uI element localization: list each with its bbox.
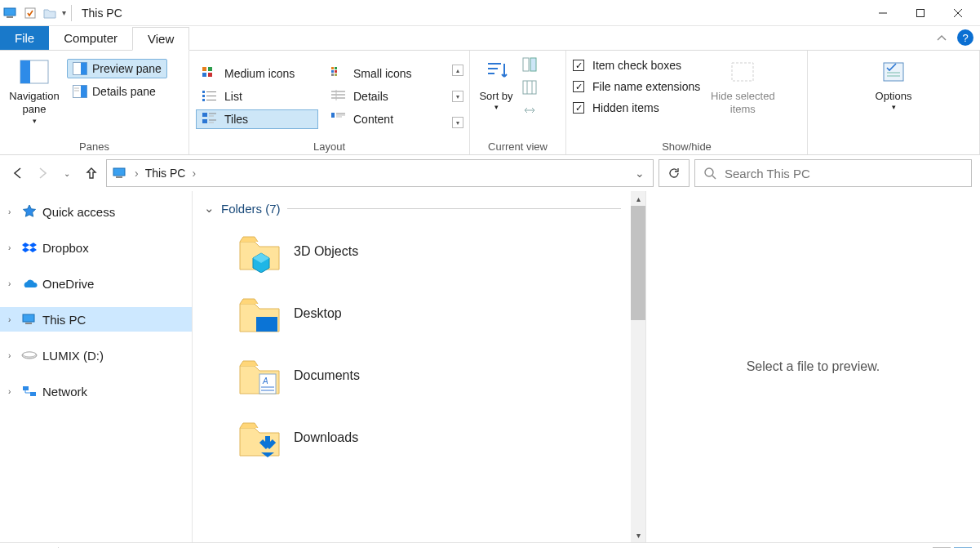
close-button[interactable] [939, 1, 977, 25]
svg-rect-67 [256, 317, 277, 332]
qat-dropdown-icon[interactable]: ▾ [62, 8, 66, 17]
details-pane-label: Details pane [92, 85, 156, 98]
details-icon [330, 89, 347, 104]
tab-view[interactable]: View [132, 27, 189, 51]
layout-list[interactable]: List [196, 87, 318, 106]
chevron-right-icon[interactable]: › [8, 351, 16, 360]
tab-computer[interactable]: Computer [49, 26, 132, 50]
tree-onedrive[interactable]: › OneDrive [0, 271, 192, 296]
forward-button[interactable] [33, 163, 52, 183]
chevron-right-icon[interactable]: › [8, 243, 16, 252]
layout-small-icons[interactable]: Small icons [325, 64, 447, 83]
back-button[interactable] [8, 163, 28, 183]
tree-network[interactable]: › Network [0, 379, 192, 403]
recent-dropdown-icon[interactable]: ⌄ [57, 163, 77, 183]
tree-dropbox[interactable]: › Dropbox [0, 235, 192, 260]
preview-placeholder: Select a file to preview. [747, 359, 880, 374]
options-button[interactable]: Options ▾ [867, 54, 920, 131]
svg-rect-58 [116, 176, 122, 178]
navigation-pane-button[interactable]: Navigation pane ▾ [7, 54, 62, 131]
section-header-folders[interactable]: ⌄ Folders (7) [204, 201, 645, 221]
properties-icon[interactable] [23, 6, 38, 20]
layout-details[interactable]: Details [325, 87, 447, 106]
network-icon [21, 384, 38, 399]
hide-selected-icon [728, 57, 757, 87]
list-icon [202, 89, 218, 104]
help-button[interactable]: ? [957, 29, 973, 46]
folder-3d-objects[interactable]: 3D Objects [204, 221, 645, 283]
tile-label: Downloads [294, 430, 358, 445]
layout-down-icon[interactable]: ▾ [452, 91, 463, 102]
dropbox-icon [21, 240, 38, 255]
folder-downloads-icon [237, 415, 282, 461]
search-box[interactable] [694, 159, 972, 187]
ribbon-collapse-icon[interactable] [929, 26, 954, 50]
refresh-button[interactable] [659, 159, 690, 187]
onedrive-icon [21, 276, 38, 291]
folder-3dobjects-icon [237, 229, 282, 274]
svg-rect-62 [25, 323, 32, 324]
preview-pane-button[interactable]: Preview pane [67, 59, 167, 78]
minimize-button[interactable] [864, 1, 902, 25]
scroll-down-icon[interactable]: ▾ [631, 528, 645, 542]
item-checkboxes-toggle[interactable]: ✓Item check boxes [573, 59, 700, 72]
pc-icon [3, 6, 18, 20]
titlebar: ▾ This PC [0, 0, 980, 26]
quick-access-toolbar: ▾ [3, 6, 66, 20]
folder-desktop-icon [237, 291, 282, 336]
chevron-right-icon[interactable]: › [8, 207, 16, 216]
file-extensions-toggle[interactable]: ✓File name extensions [573, 80, 700, 93]
details-pane-button[interactable]: Details pane [67, 82, 167, 101]
layout-tiles[interactable]: Tiles [196, 109, 318, 129]
vertical-scrollbar[interactable]: ▴ ▾ [631, 191, 645, 542]
breadcrumb[interactable]: This PC [145, 167, 186, 180]
breadcrumb-separator-icon[interactable]: › [192, 167, 196, 180]
divider [71, 5, 72, 21]
scroll-up-icon[interactable]: ▴ [631, 191, 645, 206]
layout-up-icon[interactable]: ▴ [452, 65, 463, 76]
search-icon [703, 167, 716, 180]
folder-icon[interactable] [42, 6, 57, 20]
ribbon-group-showhide: ✓Item check boxes ✓File name extensions … [566, 51, 808, 154]
tree-quick-access[interactable]: › Quick access [0, 199, 192, 224]
search-input[interactable] [725, 167, 963, 180]
folder-downloads[interactable]: Downloads [204, 407, 645, 469]
chevron-right-icon[interactable]: › [8, 315, 16, 324]
layout-more-icon[interactable]: ▾ [452, 117, 463, 128]
folder-desktop[interactable]: Desktop [204, 283, 645, 345]
layout-medium-icons[interactable]: Medium icons [196, 64, 318, 83]
tree-this-pc[interactable]: › This PC [0, 307, 192, 332]
svg-rect-16 [208, 67, 212, 71]
size-columns-button[interactable] [521, 101, 539, 119]
svg-rect-20 [335, 67, 337, 69]
tree-lumix[interactable]: › LUMIX (D:) [0, 343, 192, 368]
navigation-pane-icon [20, 57, 49, 87]
folder-documents[interactable]: A Documents [204, 345, 645, 407]
hidden-items-toggle[interactable]: ✓Hidden items [573, 101, 700, 114]
medium-icons-icon [202, 66, 218, 81]
address-dropdown-icon[interactable]: ⌄ [632, 167, 648, 180]
svg-rect-27 [202, 95, 205, 97]
up-button[interactable] [82, 163, 101, 183]
sort-by-button[interactable]: Sort by ▾ [477, 54, 516, 131]
svg-rect-24 [335, 74, 337, 76]
pc-icon [21, 312, 38, 327]
maximize-button[interactable] [902, 1, 939, 25]
layout-content-label: Content [353, 113, 393, 126]
folder-documents-icon: A [237, 353, 282, 399]
layout-content[interactable]: Content [325, 109, 447, 129]
scroll-thumb[interactable] [631, 206, 645, 320]
chevron-down-icon[interactable]: ⌄ [204, 201, 215, 216]
navigation-tree: › Quick access › Dropbox › OneDrive › Th… [0, 191, 193, 542]
group-by-button[interactable] [521, 56, 539, 74]
tab-file[interactable]: File [0, 26, 49, 50]
breadcrumb-separator-icon[interactable]: › [135, 167, 139, 180]
address-bar[interactable]: › This PC › ⌄ [106, 159, 654, 187]
content-area: ⌄ Folders (7) 3D Objects Desktop A [193, 191, 980, 542]
layout-small-label: Small icons [353, 67, 412, 80]
chevron-right-icon[interactable]: › [8, 387, 16, 396]
hide-selected-button[interactable]: Hide selected items [705, 54, 780, 131]
add-columns-button[interactable] [521, 78, 539, 96]
chevron-right-icon[interactable]: › [8, 279, 16, 288]
divider [287, 208, 621, 209]
